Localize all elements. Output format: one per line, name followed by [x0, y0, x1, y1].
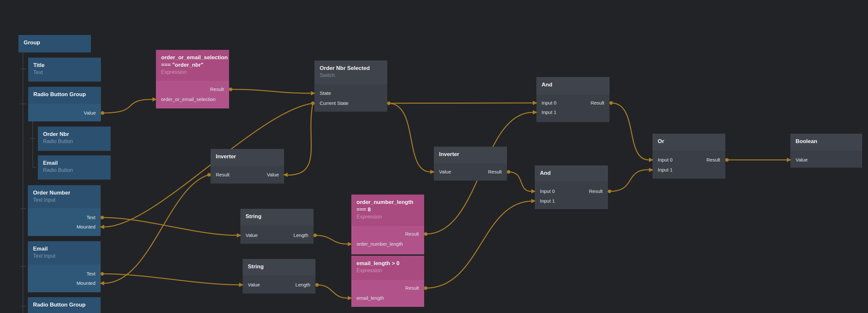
output-port-dot-order-nbr-selected-switch-current-state-out-left[interactable]: [311, 102, 315, 105]
node-email-input[interactable]: EmailText InputTextMounted: [28, 241, 101, 292]
wire-string2-length-to-expr3[interactable]: [317, 285, 348, 298]
node-radio-button-group-2[interactable]: Radio Button Group: [28, 297, 101, 313]
output-port-dot-and-1-result-out[interactable]: [610, 101, 613, 105]
node-title-text[interactable]: TitleText: [28, 58, 101, 82]
node-title: Or: [658, 138, 720, 145]
node-title: Email: [43, 159, 105, 167]
port-label-mounted-in: Mounted: [77, 280, 95, 287]
node-header[interactable]: Order NbrRadio Button: [38, 126, 111, 151]
output-port-dot-or-result-out[interactable]: [725, 158, 729, 162]
node-header[interactable]: String: [243, 259, 315, 276]
port-label-result-out: Result: [590, 99, 604, 107]
node-header[interactable]: And: [536, 77, 610, 95]
node-string-1[interactable]: StringValueLength: [240, 209, 313, 244]
port-label-length-out: Length: [293, 232, 308, 239]
node-string-2[interactable]: StringValueLength: [243, 259, 315, 293]
wire-email-text-to-string2-value[interactable]: [102, 274, 239, 285]
node-header[interactable]: Radio Button Group: [28, 87, 101, 104]
node-expr-order-or-email[interactable]: order_or_email_selection=== "order_nbr"E…: [156, 50, 229, 108]
node-header[interactable]: order_or_email_selection=== "order_nbr"E…: [156, 50, 229, 81]
output-port-dot-expr-order-number-length-result-out[interactable]: [424, 232, 428, 236]
node-title: Group: [24, 39, 86, 46]
wire-and2-result-to-or-input1[interactable]: [610, 170, 649, 191]
output-port-dot-order-number-input-text-out[interactable]: [101, 216, 104, 220]
node-title: Inverter: [439, 150, 502, 158]
wire-current-state-to-inverter2-value[interactable]: [389, 103, 430, 172]
node-inverter-1[interactable]: InverterResultValue: [211, 149, 284, 183]
node-expr-email-length[interactable]: email_length > 0ExpressionResultemail_le…: [351, 256, 424, 307]
output-port-dot-order-nbr-selected-switch-current-state-out-right[interactable]: [387, 102, 391, 105]
port-label-value-in: Value: [267, 171, 279, 178]
node-and-1[interactable]: AndInput 0Input 1Result: [536, 77, 610, 122]
wire-rbg-value-to-expr[interactable]: [102, 99, 152, 113]
node-header[interactable]: Inverter: [211, 149, 284, 166]
node-subtitle: Radio Button: [43, 167, 105, 173]
output-port-dot-inverter-1-result-out[interactable]: [207, 173, 211, 177]
wire-expr3-result-to-and2-input1[interactable]: [426, 201, 533, 288]
node-group[interactable]: Group: [19, 35, 91, 52]
node-header[interactable]: String: [240, 209, 313, 226]
port-label-order-number-length-in: order_number_length: [356, 240, 403, 248]
output-port-dot-radio-button-group-1-value-out[interactable]: [101, 111, 104, 115]
node-or[interactable]: OrInput 0Input 1Result: [653, 134, 725, 179]
port-label-state-in: State: [320, 90, 331, 97]
node-title: Email: [33, 245, 95, 253]
node-order-nbr-radio[interactable]: Order NbrRadio Button: [38, 126, 111, 151]
node-header[interactable]: order_number_length=== 8Expression: [351, 195, 424, 226]
node-subtitle: Text Input: [33, 197, 95, 203]
node-title: email_length > 0: [356, 260, 419, 267]
node-header[interactable]: And: [535, 165, 608, 181]
output-port-dot-email-input-text-out[interactable]: [101, 272, 104, 276]
node-header[interactable]: Group: [19, 35, 91, 52]
node-title: Order Nbr: [43, 131, 105, 138]
wire-order-number-text-to-string1-value[interactable]: [102, 218, 237, 235]
port-label-input-1: Input 1: [541, 109, 556, 116]
node-order-nbr-selected-switch[interactable]: Order Nbr SelectedSwitchStateCurrent Sta…: [314, 60, 387, 112]
output-port-dot-expr-email-length-result-out[interactable]: [424, 286, 428, 290]
node-boolean[interactable]: BooleanValue: [790, 134, 862, 168]
node-header[interactable]: Boolean: [790, 134, 862, 151]
output-port-dot-inverter-2-result-out[interactable]: [507, 170, 510, 174]
output-port-dot-expr-order-or-email-result-out[interactable]: [229, 88, 232, 91]
node-and-2[interactable]: AndInput 0Input 1Result: [535, 165, 608, 209]
node-header[interactable]: TitleText: [28, 58, 101, 82]
wire-current-state-to-and1-input0[interactable]: [389, 103, 533, 103]
node-header[interactable]: EmailText Input: [28, 241, 101, 264]
node-header[interactable]: Order NumberText Input: [28, 185, 101, 208]
node-header[interactable]: Order Nbr SelectedSwitch: [314, 60, 387, 84]
graph-canvas[interactable]: GroupTitleTextRadio Button GroupValueOrd…: [0, 0, 868, 313]
port-label-input-1: Input 1: [658, 166, 673, 173]
port-label-input-0: Input 0: [658, 156, 673, 164]
port-label-text-out: Text: [86, 214, 95, 221]
node-header[interactable]: Radio Button Group: [28, 297, 101, 313]
wire-and1-result-to-or-input0[interactable]: [611, 103, 649, 160]
output-port-dot-string-2-length-out[interactable]: [315, 283, 319, 287]
node-order-number-input[interactable]: Order NumberText InputTextMounted: [28, 185, 101, 236]
node-title: And: [541, 81, 604, 88]
wire-current-state-to-inverter1-value[interactable]: [288, 103, 313, 175]
node-title: order_or_email_selection: [161, 54, 224, 61]
node-header[interactable]: Inverter: [434, 147, 507, 164]
output-port-dot-string-1-length-out[interactable]: [313, 234, 317, 237]
node-email-radio[interactable]: EmailRadio Button: [38, 155, 111, 180]
port-label-input-1: Input 1: [540, 197, 555, 205]
port-label-result-out: Result: [589, 188, 603, 195]
port-label-result-out: Result: [216, 171, 230, 178]
node-expr-order-number-length[interactable]: order_number_length=== 8ExpressionResult…: [351, 195, 424, 254]
node-header[interactable]: email_length > 0Expression: [351, 256, 424, 280]
node-title: Order Nbr Selected: [320, 64, 382, 72]
wire-string1-length-to-expr2[interactable]: [315, 235, 348, 244]
node-inverter-2[interactable]: InverterValueResult: [434, 147, 507, 180]
node-title: === "order_nbr": [161, 61, 224, 68]
node-header[interactable]: EmailRadio Button: [38, 155, 111, 180]
output-port-dot-and-2-result-out[interactable]: [608, 190, 612, 193]
node-subtitle: Expression: [356, 213, 419, 220]
node-header[interactable]: Or: [653, 134, 725, 151]
wire-expr-result-to-switch-state[interactable]: [231, 89, 311, 93]
node-radio-button-group-1[interactable]: Radio Button GroupValue: [28, 87, 101, 121]
wire-inverter2-result-to-and2-input0[interactable]: [508, 172, 531, 191]
port-label-result-out: Result: [488, 168, 502, 175]
port-label-value-in: Value: [248, 281, 260, 288]
port-label-result-out: Result: [210, 86, 224, 93]
wire-inverter1-result-to-email-mounted[interactable]: [104, 175, 209, 283]
